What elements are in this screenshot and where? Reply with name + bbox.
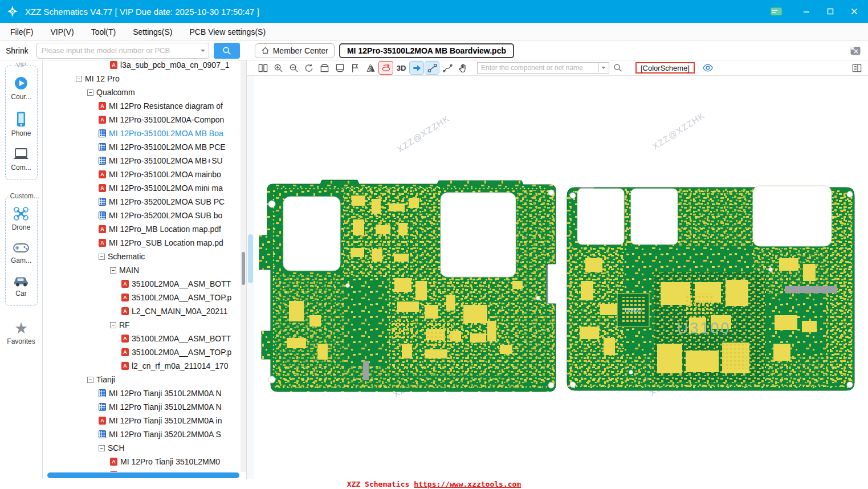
visibility-button[interactable]	[701, 62, 715, 74]
pcb-canvas[interactable]: XZZ@XZZHK XZZ@XZZHK XZZ@XZZHK XZZ@XZZHK	[247, 76, 868, 479]
open-file-tab[interactable]: MI 12Pro-35100L2MOA MB Boardview.pcb	[339, 43, 514, 58]
tree-item[interactable]: AMI 12Pro_SUB Location map.pd	[43, 236, 241, 250]
tree-group[interactable]: MI 12 Pro	[43, 72, 241, 85]
canvas-vertical-scrollbar[interactable]	[247, 76, 254, 479]
layers-panel-button[interactable]	[850, 62, 863, 74]
tree-item[interactable]: A35100L2M0A__ASM_BOTT	[43, 332, 241, 345]
net-curve-button[interactable]	[441, 62, 454, 74]
tree-group[interactable]: Qualcomm	[43, 85, 241, 99]
tree-item-label: MI 12Pro_MB Location map.pdf	[109, 225, 221, 234]
menu-vip[interactable]: VIP(V)	[50, 27, 74, 36]
bottom-layer-button[interactable]	[333, 62, 347, 74]
tree-item[interactable]: MI 12Pro-35200L2MOA SUB bo	[43, 209, 241, 222]
member-center-button[interactable]: Member Center	[255, 43, 335, 58]
tree-item[interactable]: AMI 12Pro-35100L2MOA mainbo	[43, 168, 241, 181]
collapse-icon[interactable]	[99, 254, 105, 260]
menu-settings[interactable]: Settings(S)	[133, 27, 172, 36]
pcb-right-board[interactable]: U5600	[567, 181, 855, 391]
tree-item[interactable]: MI 12Pro-35100L2MOA MB PCE	[43, 140, 241, 154]
sidebar-item-phone[interactable]: Phone	[11, 111, 31, 137]
tree-item[interactable]: MI 12Pro Tianji 3510L2MM0A N	[43, 386, 241, 400]
shrink-button[interactable]: Shrink	[6, 46, 28, 55]
chevron-down-icon[interactable]	[201, 50, 205, 54]
model-search-input[interactable]	[42, 46, 198, 55]
collapse-icon[interactable]	[110, 267, 116, 274]
model-search-combobox[interactable]	[36, 43, 209, 59]
tree-group[interactable]: Tianji	[43, 373, 241, 386]
sidebar-item-computer[interactable]: Com...	[11, 147, 31, 172]
tree-item[interactable]: A35100L2M0A__ASM_BOTT	[43, 277, 241, 291]
zoom-out-button[interactable]	[287, 62, 300, 74]
tree-group[interactable]: SCH	[43, 441, 241, 455]
tree-item[interactable]: AMI 12Pro-35100L2MOA mini ma	[43, 181, 241, 195]
menu-pcb-view-settings[interactable]: PCB View settings(S)	[189, 27, 266, 36]
tree-item[interactable]: AL2_CN_MAIN_M0A_20211	[43, 304, 241, 318]
measure-tool-button[interactable]	[425, 62, 439, 74]
menu-file[interactable]: File(F)	[10, 27, 33, 36]
tree-item[interactable]: MI 12Pro Tianji 3510L2MM0A N	[43, 400, 241, 414]
collapse-icon[interactable]	[110, 322, 116, 328]
tree-item[interactable]: MI 12Pro-35100L2MOA MB Boa	[43, 127, 241, 140]
tree-item[interactable]: A35100L2M0A__ASM_TOP.p	[43, 291, 241, 304]
u5600-chip[interactable]: U5600	[617, 294, 649, 327]
tree-item[interactable]: AMI 12Pro Tianji 3510L2MM0A in	[43, 414, 241, 427]
collapse-icon[interactable]	[99, 445, 105, 451]
sidebar-item-car[interactable]: Car	[12, 274, 30, 298]
split-view-button[interactable]	[256, 62, 270, 74]
tree-vertical-scrollbar[interactable]	[241, 60, 246, 472]
tree-item[interactable]: AMI 12Pro-35100L2M0A-Compon	[43, 113, 241, 127]
refresh-button[interactable]	[302, 62, 316, 74]
scrollbar-thumb[interactable]	[242, 252, 245, 285]
tree-item[interactable]: A35100L2M0A__ASM_TOP.p	[43, 345, 241, 359]
sidebar-item-games[interactable]: Gam...	[11, 241, 31, 264]
zoom-in-button[interactable]	[271, 62, 285, 74]
top-layer-button[interactable]	[317, 62, 331, 74]
threed-button[interactable]: 3D	[394, 62, 408, 74]
payment-icon[interactable]	[768, 5, 785, 18]
tree-item[interactable]: AMI 12Pro Tianji 3510L2MM0	[43, 455, 241, 468]
minimize-button[interactable]	[797, 3, 816, 19]
flip-board-button[interactable]	[379, 62, 393, 74]
pcb-left-board[interactable]	[259, 178, 559, 395]
sidebar-item-favorites[interactable]: ★ Favorites	[7, 321, 35, 345]
tree-item[interactable]: MI 12Pro-35100L2MOA MB+SU	[43, 154, 241, 168]
tree-item[interactable]: Al2_cn_rf_m0a_211014_170	[43, 359, 241, 373]
scrollbar-thumb[interactable]	[248, 234, 253, 283]
maximize-button[interactable]	[821, 3, 840, 19]
tree-group[interactable]: MAIN	[43, 263, 241, 277]
close-panel-icon[interactable]	[850, 46, 861, 56]
layers-panel-icon	[851, 63, 862, 74]
eye-icon	[702, 63, 714, 73]
smartphone-icon	[14, 111, 28, 128]
tree-item[interactable]: AMI 12Pro Resistance diagram of	[43, 99, 241, 113]
tree-item[interactable]: MI 12Pro-35200L2MOA SUB PC	[43, 195, 241, 209]
scrollbar-thumb[interactable]	[47, 472, 239, 478]
tree-item[interactable]: MI 12Pro Tianji 3520L2MM0A S	[43, 427, 241, 441]
collapse-icon[interactable]	[87, 89, 93, 96]
sidebar-item-courses[interactable]: Cour...	[11, 75, 31, 101]
tree-item-label: MI 12Pro-35100L2M0A-Compon	[109, 115, 224, 124]
tree-item[interactable]: AMI 12Pro_MB Location map.pdf	[43, 222, 241, 236]
colorscheme-button[interactable]: [ColorScheme]	[635, 62, 695, 74]
pdf-file-icon: A	[99, 102, 106, 110]
menu-tool[interactable]: Tool(T)	[91, 27, 116, 36]
tree-horizontal-scrollbar[interactable]	[43, 472, 241, 479]
pcb-board-view[interactable]: XZZ@XZZHK XZZ@XZZHK XZZ@XZZHK XZZ@XZZHK	[255, 76, 861, 471]
tree-group[interactable]: Schematic	[43, 250, 241, 263]
hand-tool-button[interactable]	[456, 62, 470, 74]
collapse-icon[interactable]	[76, 76, 82, 82]
search-button[interactable]	[214, 43, 240, 59]
sidebar-item-drone[interactable]: Drone	[12, 206, 31, 231]
tree-item[interactable]: Al3a_sub_pcb_m0a_cn_0907_1	[43, 60, 241, 72]
net-search-button[interactable]	[611, 62, 625, 74]
flag-button[interactable]	[348, 62, 362, 74]
chevron-down-icon[interactable]	[598, 63, 608, 72]
net-search-input[interactable]	[481, 64, 596, 72]
flip-horizontal-button[interactable]	[364, 62, 377, 74]
arrow-tool-button[interactable]	[410, 62, 423, 74]
net-search-combobox[interactable]	[477, 62, 609, 74]
tree-group[interactable]: RF	[43, 318, 241, 332]
collapse-icon[interactable]	[87, 377, 93, 383]
close-button[interactable]	[845, 3, 863, 19]
status-url-link[interactable]: https://www.xzztools.com	[414, 480, 521, 488]
